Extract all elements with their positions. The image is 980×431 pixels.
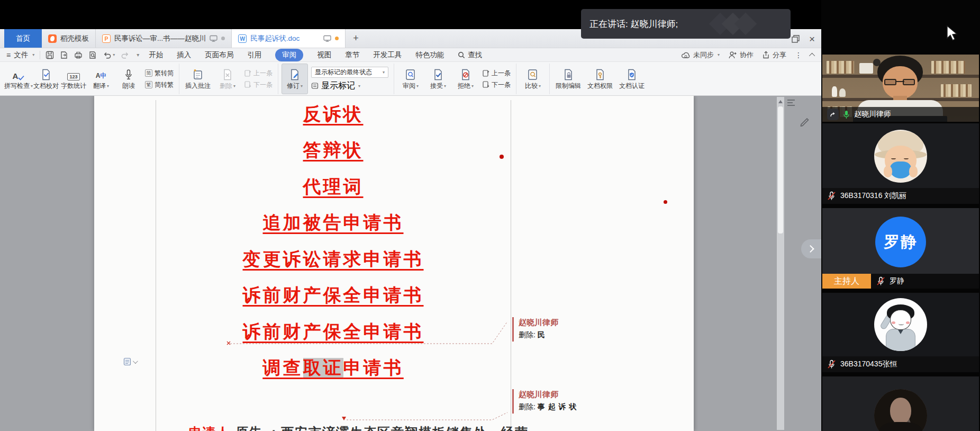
- next-comment-button-disabled[interactable]: 下一条: [244, 80, 273, 89]
- close-window-icon[interactable]: ×: [809, 34, 815, 44]
- tab-active-document[interactable]: W 民事起诉状.doc: [232, 29, 346, 48]
- doc-arrow-up-icon: [482, 69, 489, 77]
- collapse-ribbon-icon[interactable]: [809, 52, 815, 58]
- avatar-woman-photo: [874, 389, 927, 431]
- word-count-button[interactable]: 123 字数统计: [60, 64, 87, 94]
- scroll-up-arrow[interactable]: [778, 100, 783, 103]
- find-button[interactable]: 查找: [458, 50, 482, 60]
- document-area: 反诉状 答辩状 代理词 追加被告申请书 变更诉讼请求申请书 诉前财产保全申请书 …: [0, 96, 821, 431]
- save-icon[interactable]: [46, 51, 54, 59]
- doc-title-defense: 答辩状: [156, 138, 511, 163]
- translate-button[interactable]: A中 翻译▾: [88, 64, 114, 94]
- ink-pen-icon[interactable]: [799, 115, 811, 127]
- revision-comment[interactable]: 赵晓川律师 删除: 事 起 诉 状: [512, 389, 687, 414]
- clipped-paragraph-line: 申请人原告 ：西安市浐灞生态区意翔模板销售处，经营: [189, 424, 529, 431]
- delete-comment-button[interactable]: 删除▾: [214, 64, 241, 94]
- paragraph-options-icon[interactable]: [123, 357, 137, 366]
- review-button[interactable]: 审阅▾: [397, 64, 424, 94]
- restrict-editing-button[interactable]: 限制编辑: [553, 64, 584, 94]
- file-menu[interactable]: ≡ 文件 ▾: [6, 50, 34, 60]
- tab-presentation-label: 民事诉讼—审...书——赵晓川: [114, 34, 206, 43]
- doc-permission-button[interactable]: 文档权限: [585, 64, 615, 94]
- share-label: 分享: [773, 50, 786, 60]
- screen: 首页 稻壳模板 P 民事诉讼—审...书——赵晓川 W 民事起诉状.doc +: [0, 0, 980, 431]
- next-change-button[interactable]: 下一条: [482, 80, 511, 89]
- tab-docer[interactable]: 稻壳模板: [42, 29, 96, 48]
- comment-body: 删除: 民: [519, 330, 687, 340]
- simp-to-trad-button[interactable]: 繁简转繁: [145, 80, 174, 89]
- menu-tab-start[interactable]: 开始: [149, 50, 163, 60]
- file-menu-label: 文件: [14, 50, 28, 60]
- doc-authentication-button[interactable]: 文档认证: [616, 64, 647, 94]
- meeting-participants-sidebar: 赵晓川律师 36B3170316 刘凯丽 罗静 主持人: [821, 0, 980, 431]
- next-page-float-button[interactable]: [801, 239, 821, 258]
- insert-comment-button[interactable]: 插入批注: [183, 64, 213, 94]
- comment-author: 赵晓川律师: [519, 318, 687, 328]
- export-icon[interactable]: [60, 51, 68, 59]
- tab-home[interactable]: 首页: [4, 29, 42, 48]
- tab-presentation-doc[interactable]: P 民事诉讼—审...书——赵晓川: [96, 29, 232, 48]
- fan-char-icon: 繁: [145, 81, 152, 88]
- compare-button[interactable]: 比较▾: [520, 64, 546, 94]
- document-x-icon: [223, 69, 232, 80]
- share-button[interactable]: 分享: [762, 50, 786, 60]
- participant-tile-avatar-clipped[interactable]: [822, 376, 979, 431]
- participant-tile-video[interactable]: 赵晓川律师: [822, 55, 979, 122]
- menu-tab-special-features[interactable]: 特色功能: [415, 50, 444, 60]
- read-aloud-button[interactable]: 朗读: [115, 64, 142, 94]
- menu-tab-dev-tools[interactable]: 开发工具: [373, 50, 402, 60]
- scrollbar-thumb[interactable]: [778, 106, 783, 234]
- spell-check-button[interactable]: A 拼写检查▾: [5, 64, 32, 94]
- wpp-icon: P: [102, 34, 111, 43]
- restore-window-icon[interactable]: [792, 35, 800, 43]
- ruler-toggle-icon[interactable]: [786, 98, 797, 107]
- revision-comment[interactable]: 赵晓川律师 删除: 民: [512, 317, 687, 342]
- print-preview-icon[interactable]: [88, 51, 97, 59]
- reject-button[interactable]: 拒绝▾: [452, 64, 479, 94]
- host-badge: 主持人: [822, 274, 871, 289]
- collaborate-button[interactable]: 协作: [728, 50, 754, 60]
- review-ribbon: A 拼写检查▾ 文档校对 123 字数统计 A中 翻译▾ 朗读: [0, 62, 821, 96]
- menu-tab-view[interactable]: 视图: [317, 50, 331, 60]
- menu-tab-page-layout[interactable]: 页面布局: [205, 50, 233, 60]
- menu-tab-references[interactable]: 引用: [247, 50, 261, 60]
- tab-docer-label: 稻壳模板: [60, 34, 89, 43]
- menu-tab-section[interactable]: 章节: [345, 50, 359, 60]
- trad-to-simp-button[interactable]: 简繁转简: [145, 69, 174, 78]
- annotation-dot: [500, 155, 504, 159]
- markup-state-dropdown[interactable]: 显示标记的最终状态 ▾: [311, 67, 388, 78]
- participant-name: 罗静: [890, 276, 904, 286]
- print-icon[interactable]: [74, 51, 83, 59]
- more-options-icon[interactable]: ⋮: [795, 51, 802, 59]
- mic-muted-icon: [876, 276, 885, 286]
- sync-status-button[interactable]: 未同步 ▾: [681, 50, 720, 60]
- participant-name: 36B3170316 刘凯丽: [840, 191, 906, 201]
- menu-tab-review-active[interactable]: 审阅: [275, 49, 303, 61]
- blue-mask: [890, 161, 911, 178]
- microphone-icon: [124, 69, 133, 80]
- redo-icon[interactable]: [121, 51, 130, 59]
- doc-proofread-button[interactable]: 文档校对: [33, 64, 59, 94]
- participant-tile-avatar[interactable]: 36B3170316 刘凯丽: [822, 123, 979, 204]
- undo-button[interactable]: ▾: [103, 51, 115, 59]
- participant-tile-host[interactable]: 罗静 主持人 罗静: [822, 208, 979, 289]
- accept-button[interactable]: 接受▾: [425, 64, 451, 94]
- show-markup-button[interactable]: 显示标记▾: [311, 80, 388, 92]
- new-tab-button[interactable]: +: [346, 29, 366, 48]
- prev-change-button[interactable]: 上一条: [482, 69, 511, 78]
- avatar-initials: 罗静: [875, 217, 926, 267]
- glasses-left-lens: [884, 79, 896, 85]
- avatar-cartoon-boy: [874, 298, 927, 351]
- menu-tab-insert[interactable]: 插入: [177, 50, 191, 60]
- tab-document-label: 民事起诉状.doc: [250, 34, 300, 43]
- prev-comment-button-disabled[interactable]: 上一条: [244, 69, 273, 78]
- track-changes-button-active[interactable]: 修订▾: [282, 64, 308, 94]
- selected-text: 取证: [303, 358, 343, 378]
- vertical-scrollbar[interactable]: [777, 97, 784, 430]
- speaking-text: 正在讲话: 赵晓川律师;: [589, 18, 678, 30]
- glasses-bridge: [896, 81, 904, 82]
- markup-list-icon: [311, 82, 319, 89]
- participant-tile-avatar[interactable]: 36B3170435张恒: [822, 293, 979, 372]
- chevron-down-icon[interactable]: ▾: [137, 52, 139, 58]
- document-key-icon: [595, 69, 605, 80]
